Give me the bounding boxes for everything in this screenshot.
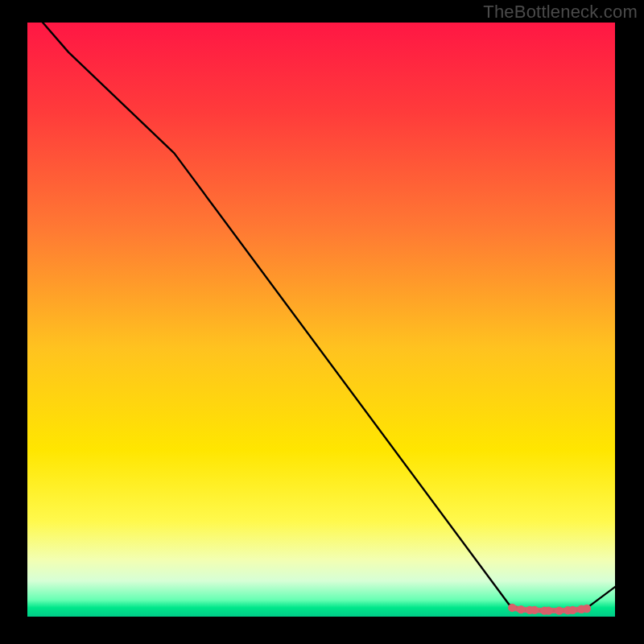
marker-dot bbox=[508, 604, 516, 612]
watermark-label: TheBottleneck.com bbox=[483, 2, 638, 23]
plot-area bbox=[27, 23, 615, 617]
marker-dot bbox=[568, 606, 576, 614]
marker-dot bbox=[517, 605, 525, 613]
chart-svg bbox=[27, 23, 615, 617]
gradient-background bbox=[27, 23, 615, 617]
chart-frame: TheBottleneck.com bbox=[0, 0, 644, 644]
marker-dot bbox=[583, 605, 591, 613]
marker-dot bbox=[555, 606, 563, 614]
marker-dot bbox=[544, 606, 552, 614]
marker-dot bbox=[530, 606, 539, 614]
